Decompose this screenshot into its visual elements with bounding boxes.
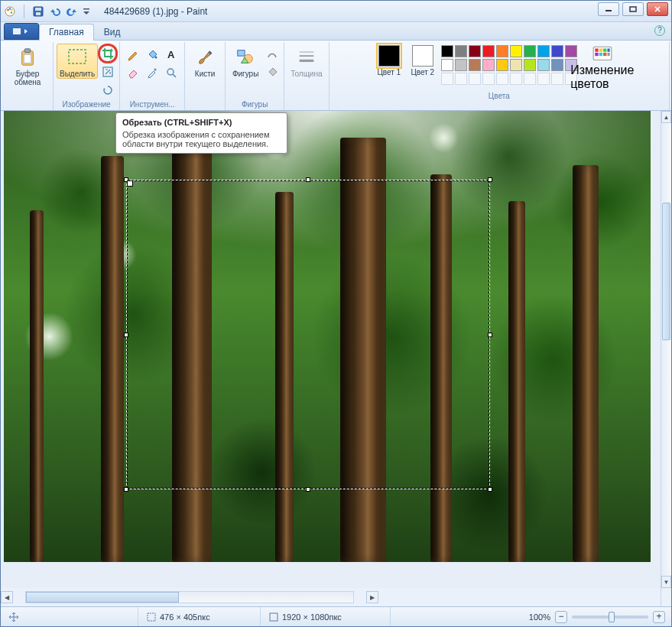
group-colors: Цвет 1 Цвет 2 Изменение цветов bbox=[330, 42, 670, 110]
palette-swatch[interactable] bbox=[469, 59, 481, 71]
palette-swatch[interactable] bbox=[510, 59, 522, 71]
brushes-button[interactable]: Кисти bbox=[188, 44, 222, 78]
scroll-corner bbox=[661, 588, 671, 606]
eraser-tool[interactable] bbox=[125, 64, 141, 81]
palette-swatch[interactable] bbox=[482, 73, 495, 85]
edit-colors-button[interactable]: Изменение цветов bbox=[580, 45, 625, 91]
clipboard-icon bbox=[15, 47, 40, 68]
palette-swatch[interactable] bbox=[551, 73, 563, 85]
palette-swatch[interactable] bbox=[510, 45, 522, 57]
select-button[interactable]: Выделить bbox=[57, 44, 98, 79]
tab-home[interactable]: Главная bbox=[39, 24, 94, 41]
fill-tool[interactable] bbox=[144, 46, 161, 63]
palette-swatch[interactable] bbox=[455, 73, 467, 85]
svg-rect-31 bbox=[595, 53, 598, 56]
palette-swatch[interactable] bbox=[510, 73, 522, 85]
palette-swatch[interactable] bbox=[496, 73, 508, 85]
size-button[interactable]: Толщина bbox=[287, 44, 325, 78]
scroll-right-arrow[interactable]: ▶ bbox=[366, 591, 378, 603]
palette-swatch[interactable] bbox=[537, 73, 550, 85]
help-icon[interactable]: ? bbox=[654, 25, 665, 36]
hscroll-thumb[interactable] bbox=[26, 592, 179, 603]
qat-customize-icon[interactable] bbox=[83, 5, 90, 18]
minimize-button[interactable] bbox=[598, 2, 619, 16]
palette-swatch[interactable] bbox=[469, 73, 481, 85]
palette-swatch[interactable] bbox=[469, 45, 481, 57]
palette-swatch[interactable] bbox=[441, 45, 453, 57]
canvas-viewport[interactable] bbox=[1, 111, 661, 588]
cursor-pos-icon bbox=[8, 612, 19, 622]
palette-swatch[interactable] bbox=[482, 59, 495, 71]
undo-icon[interactable] bbox=[49, 5, 61, 18]
horizontal-scrollbar[interactable]: ◀ ▶ bbox=[1, 588, 661, 606]
zoom-in-button[interactable]: + bbox=[653, 611, 665, 623]
svg-rect-29 bbox=[603, 48, 606, 51]
shapes-button[interactable]: Фигуры bbox=[229, 44, 262, 78]
color2-button[interactable]: Цвет 2 bbox=[407, 45, 438, 76]
group-brushes: Кисти bbox=[185, 42, 226, 110]
scroll-up-arrow[interactable]: ▲ bbox=[661, 111, 671, 123]
palette-swatch[interactable] bbox=[482, 45, 495, 57]
group-clipboard: Буфер обмена bbox=[2, 42, 54, 110]
scroll-down-arrow[interactable]: ▼ bbox=[661, 576, 671, 588]
palette-swatch[interactable] bbox=[455, 45, 467, 57]
text-tool[interactable]: A bbox=[163, 46, 180, 63]
rotate-button[interactable] bbox=[99, 82, 116, 99]
palette-swatch[interactable] bbox=[496, 59, 508, 71]
palette-swatch[interactable] bbox=[551, 45, 563, 57]
group-tools: A Инструмен... bbox=[120, 42, 185, 110]
scroll-left-arrow[interactable]: ◀ bbox=[1, 591, 13, 603]
paint-window: 484429689 (1).jpg - Paint Главная Вид ? … bbox=[0, 0, 672, 627]
palette-swatch[interactable] bbox=[524, 45, 536, 57]
file-menu-button[interactable] bbox=[4, 23, 39, 40]
tabstrip: Главная Вид ? bbox=[1, 22, 671, 41]
resize-button[interactable] bbox=[99, 63, 116, 80]
close-button[interactable] bbox=[647, 2, 668, 16]
paste-button[interactable]: Буфер обмена bbox=[5, 44, 50, 86]
shape-fill-button[interactable] bbox=[264, 63, 281, 80]
vscroll-thumb[interactable] bbox=[662, 203, 670, 340]
pencil-tool[interactable] bbox=[125, 46, 141, 63]
hscroll-track[interactable] bbox=[25, 591, 354, 603]
palette-swatch[interactable] bbox=[441, 59, 453, 71]
svg-text:A: A bbox=[167, 49, 175, 60]
svg-point-3 bbox=[11, 8, 12, 10]
shape-outline-button[interactable] bbox=[264, 45, 281, 62]
crop-button[interactable] bbox=[99, 45, 116, 62]
palette-swatch[interactable] bbox=[537, 59, 550, 71]
palette-swatch[interactable] bbox=[455, 59, 467, 71]
save-icon[interactable] bbox=[32, 5, 44, 18]
maximize-button[interactable] bbox=[622, 2, 644, 16]
svg-rect-10 bbox=[630, 7, 636, 11]
magnifier-tool[interactable] bbox=[163, 64, 180, 81]
group-size: Толщина bbox=[284, 42, 329, 110]
color-picker-tool[interactable] bbox=[144, 64, 161, 81]
zoom-out-button[interactable]: − bbox=[555, 611, 567, 623]
vertical-scrollbar[interactable]: ▲ ▼ bbox=[661, 111, 671, 588]
color1-button[interactable]: Цвет 1 bbox=[374, 45, 404, 76]
group-shapes: Фигуры Фигуры bbox=[226, 42, 284, 110]
svg-rect-21 bbox=[238, 50, 245, 56]
color1-swatch bbox=[378, 45, 400, 67]
zoom-slider-knob[interactable] bbox=[609, 612, 615, 622]
svg-point-17 bbox=[155, 57, 157, 59]
ribbon: Буфер обмена Выделить bbox=[1, 41, 671, 111]
palette-swatch[interactable] bbox=[565, 45, 577, 57]
svg-rect-32 bbox=[599, 53, 602, 56]
redo-icon[interactable] bbox=[66, 5, 78, 18]
palette-swatch[interactable] bbox=[524, 73, 536, 85]
paste-label: Буфер обмена bbox=[8, 70, 47, 86]
palette-swatch[interactable] bbox=[537, 45, 550, 57]
svg-rect-7 bbox=[36, 12, 41, 15]
image-canvas[interactable] bbox=[4, 111, 651, 562]
palette-swatch[interactable] bbox=[441, 73, 453, 85]
zoom-slider[interactable] bbox=[572, 616, 648, 619]
brush-icon bbox=[193, 47, 217, 68]
palette-swatch[interactable] bbox=[496, 45, 508, 57]
tab-view[interactable]: Вид bbox=[94, 24, 131, 40]
palette-swatch[interactable] bbox=[551, 59, 563, 71]
selection-marquee[interactable] bbox=[126, 180, 490, 489]
svg-point-1 bbox=[7, 8, 8, 10]
zoom-percent: 100% bbox=[529, 612, 550, 622]
palette-swatch[interactable] bbox=[524, 59, 536, 71]
